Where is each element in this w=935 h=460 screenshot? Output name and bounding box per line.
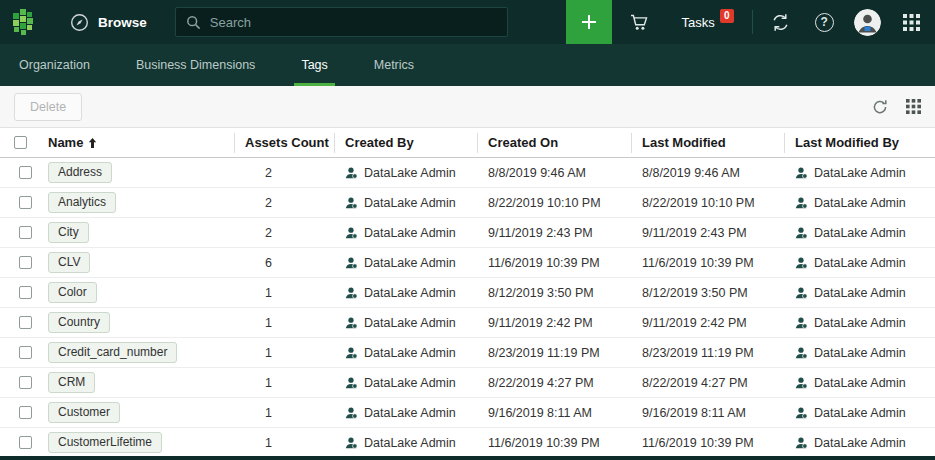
person-icon — [794, 286, 808, 300]
row-checkbox[interactable] — [19, 196, 32, 209]
tag-name-pill[interactable]: CRM — [48, 372, 95, 393]
grid-view-icon — [906, 99, 921, 114]
created-on-cell: 11/6/2019 10:39 PM — [478, 256, 632, 270]
created-by-text: DataLake Admin — [364, 226, 456, 240]
last-modified-by-text: DataLake Admin — [814, 346, 906, 360]
table-row: Customer 1 DataLake Admin 9/16/2019 8:11… — [0, 398, 935, 428]
last-modified-by-text: DataLake Admin — [814, 436, 906, 450]
tag-name-cell: Color — [40, 282, 235, 303]
table-row: CLV 6 DataLake Admin 11/6/2019 10:39 PM … — [0, 248, 935, 278]
tasks-count-badge: 0 — [720, 9, 734, 23]
created-by-text: DataLake Admin — [364, 316, 456, 330]
row-checkbox[interactable] — [19, 166, 32, 179]
row-checkbox[interactable] — [19, 346, 32, 359]
person-icon — [794, 166, 808, 180]
person-icon — [344, 226, 358, 240]
user-menu-button[interactable] — [846, 0, 890, 44]
created-on-cell: 9/16/2019 8:11 AM — [478, 406, 632, 420]
column-header-name[interactable]: Name — [40, 133, 235, 153]
row-checkbox[interactable] — [19, 316, 32, 329]
person-icon — [344, 256, 358, 270]
last-modified-by-text: DataLake Admin — [814, 286, 906, 300]
column-header-assets-count[interactable]: Assets Count — [235, 133, 335, 153]
tab-organization[interactable]: Organization — [2, 44, 107, 86]
top-navigation-bar: Browse Tasks 0 — [0, 0, 935, 44]
global-search[interactable] — [175, 7, 508, 37]
table-header-row: Name Assets Count Created By Created On … — [0, 128, 935, 158]
tag-name-pill[interactable]: Customer — [48, 402, 120, 423]
tab-business-dimensions[interactable]: Business Dimensions — [119, 44, 273, 86]
last-modified-by-text: DataLake Admin — [814, 196, 906, 210]
person-icon — [344, 436, 358, 450]
search-input[interactable] — [210, 15, 497, 30]
sync-button[interactable] — [759, 0, 803, 44]
tab-metrics[interactable]: Metrics — [357, 44, 431, 86]
person-icon — [344, 346, 358, 360]
tag-name-pill[interactable]: Address — [48, 162, 112, 183]
table-row: Country 1 DataLake Admin 9/11/2019 2:42 … — [0, 308, 935, 338]
tag-name-pill[interactable]: CustomerLifetime — [48, 432, 162, 453]
created-by-cell: DataLake Admin — [335, 406, 478, 420]
tag-name-pill[interactable]: Color — [48, 282, 97, 303]
last-modified-by-cell: DataLake Admin — [785, 256, 935, 270]
waffle-grid-icon — [903, 14, 920, 31]
grid-view-button[interactable] — [906, 99, 921, 114]
row-select-cell — [0, 166, 40, 179]
table-row: CRM 1 DataLake Admin 8/22/2019 4:27 PM 8… — [0, 368, 935, 398]
last-modified-by-cell: DataLake Admin — [785, 166, 935, 180]
column-header-last-modified[interactable]: Last Modified — [632, 133, 785, 153]
created-by-cell: DataLake Admin — [335, 316, 478, 330]
row-checkbox[interactable] — [19, 436, 32, 449]
row-checkbox[interactable] — [19, 406, 32, 419]
delete-button[interactable]: Delete — [14, 93, 82, 121]
assets-count-cell: 1 — [235, 376, 335, 390]
tag-name-pill[interactable]: CLV — [48, 252, 90, 273]
cart-button[interactable] — [618, 0, 662, 44]
tasks-button[interactable]: Tasks 0 — [670, 0, 746, 44]
refresh-button[interactable] — [872, 99, 888, 115]
help-button[interactable]: ? — [802, 0, 846, 44]
row-select-cell — [0, 376, 40, 389]
created-by-cell: DataLake Admin — [335, 286, 478, 300]
person-icon — [794, 226, 808, 240]
person-icon — [344, 196, 358, 210]
column-header-created-on[interactable]: Created On — [478, 133, 632, 153]
help-icon: ? — [815, 13, 834, 32]
table-row: CustomerLifetime 1 DataLake Admin 11/6/2… — [0, 428, 935, 458]
last-modified-by-text: DataLake Admin — [814, 376, 906, 390]
cart-icon — [629, 12, 650, 33]
add-new-button[interactable] — [566, 0, 613, 44]
assets-count-cell: 1 — [235, 346, 335, 360]
app-logo[interactable] — [10, 9, 36, 35]
logo-icon — [10, 9, 36, 35]
person-icon — [794, 316, 808, 330]
tag-name-pill[interactable]: Country — [48, 312, 110, 333]
last-modified-cell: 9/11/2019 2:43 PM — [632, 226, 785, 240]
row-checkbox[interactable] — [19, 226, 32, 239]
tag-name-cell: City — [40, 222, 235, 243]
row-select-cell — [0, 286, 40, 299]
sort-ascending-icon[interactable] — [88, 138, 97, 148]
app-switcher-button[interactable] — [889, 0, 933, 44]
created-by-cell: DataLake Admin — [335, 256, 478, 270]
tag-name-pill[interactable]: City — [48, 222, 89, 243]
created-by-cell: DataLake Admin — [335, 346, 478, 360]
last-modified-cell: 8/8/2019 9:46 AM — [632, 166, 785, 180]
row-select-cell — [0, 346, 40, 359]
created-by-cell: DataLake Admin — [335, 376, 478, 390]
row-checkbox[interactable] — [19, 256, 32, 269]
tag-name-cell: Address — [40, 162, 235, 183]
column-header-last-modified-by[interactable]: Last Modified By — [785, 133, 935, 153]
select-all-checkbox[interactable] — [14, 136, 27, 149]
browse-button[interactable]: Browse — [56, 0, 161, 44]
row-checkbox[interactable] — [19, 376, 32, 389]
row-checkbox[interactable] — [19, 286, 32, 299]
last-modified-cell: 11/6/2019 10:39 PM — [632, 436, 785, 450]
tag-name-pill[interactable]: Analytics — [48, 192, 116, 213]
tab-tags[interactable]: Tags — [284, 44, 344, 86]
column-header-created-by[interactable]: Created By — [335, 133, 478, 153]
table-row: City 2 DataLake Admin 9/11/2019 2:43 PM … — [0, 218, 935, 248]
tag-name-pill[interactable]: Credit_card_number — [48, 342, 177, 363]
row-select-cell — [0, 436, 40, 449]
person-icon — [344, 316, 358, 330]
